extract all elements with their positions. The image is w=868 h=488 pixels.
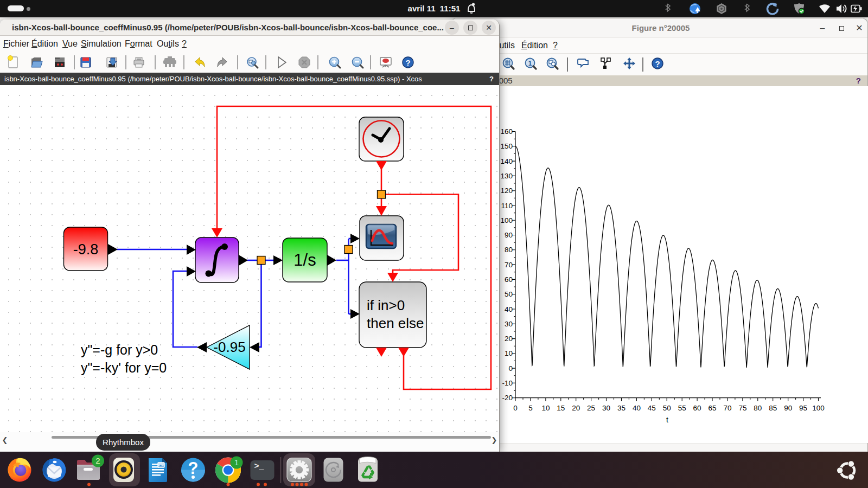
svg-text:10: 10 [505,349,513,357]
svg-text:25: 25 [587,404,595,412]
svg-text:85: 85 [769,404,777,412]
svg-text:?: ? [655,59,660,68]
svg-text:80: 80 [754,404,762,412]
svg-text:90: 90 [784,404,792,412]
svg-text:90: 90 [505,231,513,239]
svg-text:-0.95: -0.95 [213,339,245,355]
svg-text:0: 0 [508,364,513,373]
svg-text:20: 20 [505,335,513,343]
svg-text:1: 1 [528,60,532,67]
svg-text:10: 10 [541,404,550,412]
svg-text:140: 140 [500,157,513,165]
svg-text:50: 50 [505,290,513,298]
svg-text:1/s: 1/s [293,251,316,269]
svg-text:95: 95 [799,404,807,412]
svg-text:?: ? [188,459,199,478]
svg-text:30: 30 [505,320,513,328]
svg-text:1: 1 [234,458,239,467]
svg-text:then else: then else [367,315,424,331]
svg-text:60: 60 [505,275,513,284]
svg-text:>_: >_ [254,462,265,471]
svg-text:80: 80 [505,246,513,254]
svg-text:y"=-ky' for y=0: y"=-ky' for y=0 [81,360,167,375]
svg-text:?: ? [405,58,410,67]
svg-text:30: 30 [602,404,610,412]
svg-text:160: 160 [500,127,513,136]
svg-text:40: 40 [633,404,641,412]
svg-text:130: 130 [500,172,513,180]
svg-text:t: t [666,415,668,424]
svg-text:70: 70 [505,261,513,269]
svg-text:120: 120 [500,187,513,195]
svg-text:60: 60 [693,404,701,412]
svg-text:40: 40 [505,305,513,313]
svg-text:-20: -20 [502,394,513,402]
svg-text:y"=-g for y>0: y"=-g for y>0 [81,342,158,357]
svg-text:55: 55 [678,404,686,412]
svg-text:100: 100 [500,216,513,224]
svg-text:75: 75 [738,404,746,412]
svg-text:-10: -10 [502,379,513,387]
svg-text:150: 150 [500,142,513,150]
svg-text:15: 15 [557,404,565,412]
svg-text:70: 70 [723,404,731,412]
svg-text:50: 50 [663,404,671,412]
svg-text:110: 110 [501,202,513,210]
svg-text:2: 2 [95,456,100,465]
svg-text:100: 100 [812,404,825,412]
svg-text:65: 65 [708,404,716,412]
svg-text:-9.8: -9.8 [73,241,99,258]
svg-text:5: 5 [528,404,533,412]
svg-text:35: 35 [617,404,626,412]
svg-text:20: 20 [572,404,580,412]
svg-text:if in>0: if in>0 [367,297,405,313]
svg-text:0: 0 [513,404,518,412]
svg-text:45: 45 [648,404,656,412]
